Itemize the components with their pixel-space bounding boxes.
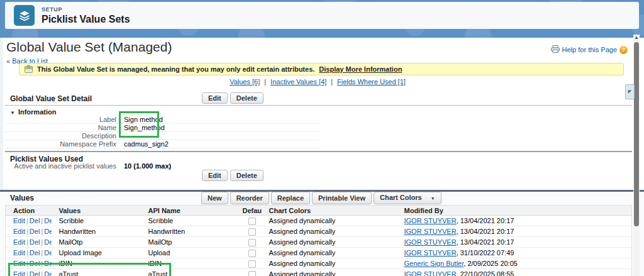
column-header-default: Default bbox=[235, 206, 262, 216]
detail-section-title: Global Value Set Detail bbox=[10, 94, 92, 103]
jump-link-inactive-values[interactable]: Inactive Values [4] bbox=[270, 78, 326, 86]
page: SETUP Picklist Value Sets Global Value S… bbox=[0, 0, 644, 276]
modified-date: , 2/09/2025 20:05 bbox=[464, 260, 518, 267]
help-question-icon[interactable]: ? bbox=[619, 46, 628, 54]
modified-date: , 31/10/2022 07:49 bbox=[457, 249, 514, 257]
del-link[interactable]: Del bbox=[30, 217, 40, 224]
edit-link[interactable]: Edit bbox=[13, 260, 25, 267]
value-cell: Handwritten bbox=[52, 226, 141, 237]
chart-colors-cell: Assigned dynamically bbox=[262, 226, 397, 237]
setup-eyebrow: SETUP bbox=[42, 6, 130, 13]
default-checkbox bbox=[248, 250, 256, 257]
edit-button[interactable]: Edit bbox=[202, 170, 228, 181]
field-row-description: Description bbox=[5, 132, 319, 140]
managed-warning-text: This Global Value Set is managed, meanin… bbox=[37, 65, 314, 73]
jump-link-fields-where-used[interactable]: Fields Where Used [1] bbox=[337, 78, 406, 86]
column-header-action: Action bbox=[6, 206, 52, 216]
field-row-namespace-prefix: Namespace Prefix cadmus_sign2 bbox=[5, 140, 319, 148]
scrollbar-up-arrow-icon[interactable]: ▲ bbox=[633, 35, 640, 40]
field-label: Active and inactive picklist values bbox=[5, 162, 124, 170]
deactivate-link[interactable]: Deactivate bbox=[44, 228, 51, 235]
chart-colors-cell: Assigned dynamically bbox=[262, 248, 397, 258]
replace-button[interactable]: Replace bbox=[271, 192, 310, 204]
chart-colors-cell: Assigned dynamically bbox=[262, 269, 397, 276]
jump-link-separator: | bbox=[264, 78, 266, 86]
information-section-label: Information bbox=[18, 108, 57, 116]
default-checkbox bbox=[248, 239, 256, 246]
edit-button[interactable]: Edit bbox=[202, 92, 228, 104]
table-row: Edit|Del|Deactivate Upload Image Upload … bbox=[6, 248, 632, 258]
deactivate-link[interactable]: Deactivate bbox=[44, 238, 51, 246]
display-more-information-link[interactable]: Display More Information bbox=[319, 65, 402, 73]
field-label: Description bbox=[5, 132, 124, 140]
edit-link[interactable]: Edit bbox=[13, 238, 25, 246]
del-link[interactable]: Del bbox=[30, 238, 40, 246]
printer-icon bbox=[551, 45, 560, 54]
delete-button[interactable]: Delete bbox=[230, 92, 264, 104]
modified-date: , 22/10/2025 08:55 bbox=[457, 270, 514, 276]
modified-by-user-link[interactable]: IGOR STUYVER bbox=[404, 249, 457, 257]
modified-date: , 13/04/2021 20:17 bbox=[457, 238, 514, 246]
deactivate-link[interactable]: Deactivate bbox=[44, 249, 51, 257]
deactivate-link[interactable]: Deactivate bbox=[44, 217, 51, 224]
chart-colors-dropdown-button[interactable]: Chart Colors▼ bbox=[374, 192, 441, 204]
picklist-stack-icon bbox=[14, 5, 35, 26]
values-section-title: Values bbox=[10, 194, 34, 202]
managed-warning-banner: This Global Value Set is managed, meanin… bbox=[19, 63, 624, 75]
api-name-cell: aTrust bbox=[141, 269, 235, 276]
chart-colors-cell: Assigned dynamically bbox=[262, 216, 397, 226]
printable-view-button[interactable]: Printable View bbox=[312, 192, 372, 204]
edit-link[interactable]: Edit bbox=[13, 270, 25, 276]
modified-by-user-link[interactable]: IGOR STUYVER bbox=[404, 228, 457, 235]
values-table: Action Values API Name Default Chart Col… bbox=[5, 205, 632, 276]
field-value-label: Sign method bbox=[124, 116, 163, 123]
setup-banner: SETUP Picklist Value Sets bbox=[0, 0, 644, 38]
table-row: Edit|Del|Deactivate aTrust aTrust Assign… bbox=[6, 269, 632, 276]
section-divider bbox=[5, 151, 632, 152]
help-for-this-page-link[interactable]: Help for this Page bbox=[562, 46, 617, 53]
delete-button[interactable]: Delete bbox=[230, 170, 264, 181]
del-link[interactable]: Del bbox=[30, 260, 40, 267]
jump-link-values[interactable]: Values [6] bbox=[230, 78, 260, 86]
deactivate-link[interactable]: Deactivate bbox=[44, 260, 51, 267]
modified-by-user-link[interactable]: Generic Sign Butler bbox=[404, 260, 464, 267]
modified-date: , 13/04/2021 20:17 bbox=[457, 228, 514, 235]
field-row-name: Name Sign_method bbox=[5, 124, 319, 132]
modified-by-user-link[interactable]: IGOR STUYVER bbox=[404, 217, 457, 224]
picklist-values-count: 10 (1.000 max) bbox=[124, 162, 171, 170]
deactivate-link[interactable]: Deactivate bbox=[44, 270, 51, 276]
api-name-cell: iDIN bbox=[141, 258, 235, 269]
del-link[interactable]: Del bbox=[30, 228, 40, 235]
field-row-label: Label Sign method bbox=[5, 116, 319, 124]
column-header-api-name: API Name bbox=[141, 206, 235, 216]
table-row: Edit|Del|Deactivate Scribble Scribble As… bbox=[6, 216, 632, 226]
default-checkbox bbox=[248, 271, 256, 276]
modified-by-user-link[interactable]: IGOR STUYVER bbox=[404, 270, 457, 276]
del-link[interactable]: Del bbox=[30, 249, 40, 257]
scrollbar-thumb[interactable] bbox=[634, 42, 639, 226]
edit-link[interactable]: Edit bbox=[13, 217, 25, 224]
value-cell: iDIN bbox=[52, 258, 141, 269]
field-label: Namespace Prefix bbox=[5, 140, 124, 148]
new-button[interactable]: New bbox=[201, 192, 228, 204]
value-cell: MailOtp bbox=[52, 237, 141, 248]
collapse-arrow-icon: ◤ bbox=[628, 89, 631, 94]
field-label: Name bbox=[5, 124, 124, 131]
modified-by-user-link[interactable]: IGOR STUYVER bbox=[404, 238, 457, 246]
value-cell: Scribble bbox=[52, 216, 141, 226]
edit-link[interactable]: Edit bbox=[13, 228, 25, 235]
del-link[interactable]: Del bbox=[30, 270, 40, 276]
modified-date: , 13/04/2021 20:17 bbox=[457, 217, 514, 224]
jump-links: Values [6]|Inactive Values [4]|Fields Wh… bbox=[0, 78, 635, 86]
collapse-triangle-icon[interactable]: ▼ bbox=[10, 110, 15, 116]
picklist-used-buttons: Edit Delete bbox=[202, 170, 264, 181]
field-label: Label bbox=[5, 116, 124, 123]
setup-header-card: SETUP Picklist Value Sets bbox=[5, 2, 639, 29]
edit-link[interactable]: Edit bbox=[13, 249, 25, 257]
sidebar-collapse-handle[interactable]: ◤ bbox=[625, 84, 635, 99]
reorder-button[interactable]: Reorder bbox=[230, 192, 269, 204]
jump-link-separator: | bbox=[331, 78, 333, 86]
value-cell: aTrust bbox=[52, 269, 141, 276]
picklist-values-used-row: Active and inactive picklist values 10 (… bbox=[5, 162, 171, 170]
values-buttons: New Reorder Replace Printable View Chart… bbox=[201, 192, 441, 204]
